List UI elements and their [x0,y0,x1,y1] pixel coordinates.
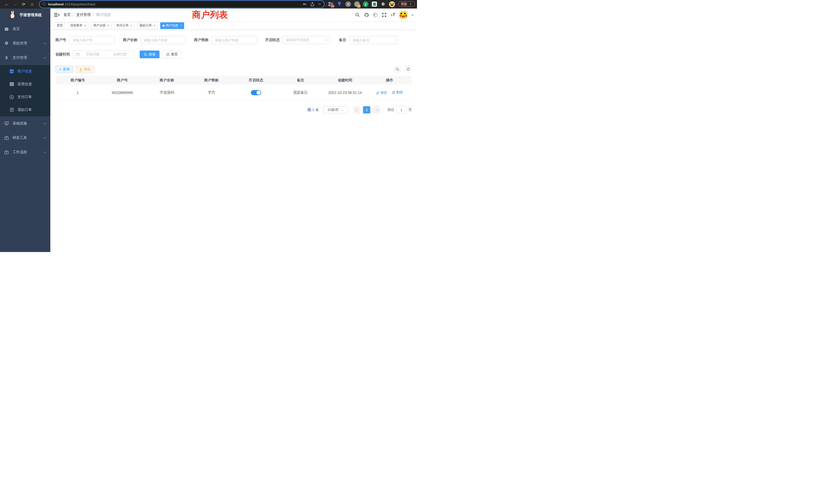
github-icon[interactable] [364,13,369,18]
hamburger-icon[interactable] [54,13,59,17]
export-button[interactable]: 导出 [76,66,94,73]
filter-row-2: 创建时间 开始日期 - 结束日期 搜索 重置 [56,50,412,58]
browser-nav [2,2,37,7]
active-dot [162,25,164,27]
remark-input[interactable] [349,36,397,44]
search-icon[interactable] [355,13,360,17]
tab-pay-order[interactable]: 支付订单 [114,22,135,29]
home-icon[interactable] [30,2,35,6]
sidebar-logo[interactable]: 芋道管理系统 [0,8,50,21]
sidebar-item-label: 首页 [13,27,46,31]
tab-refund-order[interactable]: 退款订单 [137,22,158,29]
extensions-puzzle-icon[interactable] [380,1,386,7]
sidebar-item-infra[interactable]: 基础设施 [0,116,50,131]
sidebar-item-home[interactable]: 首页 [0,22,50,36]
close-icon[interactable] [130,24,132,27]
fullscreen-icon[interactable] [382,13,387,17]
status-select[interactable]: 请选择开启状态 [283,36,330,44]
back-icon[interactable] [4,2,9,6]
payment-submenu: 商户信息 应用信息 ¥ 支付订单 [0,65,50,116]
browser-toolbar: localhost:1024/pay/merchant 10 1 y 更新 [0,0,417,8]
cell-id: 1 [56,91,100,95]
logo-avatar [8,11,17,19]
tab-merchant-info[interactable]: 商户信息 [160,22,184,29]
close-icon[interactable] [154,24,155,27]
sidebar-item-payment[interactable]: ¥ 支付管理 [0,50,50,65]
browser-extensions: 10 1 y [328,1,395,7]
next-page-button[interactable] [373,106,380,113]
sidebar-item-app-info[interactable]: 应用信息 [0,78,50,91]
extension-tabs-icon[interactable]: 10 [328,1,333,7]
breadcrumb-section[interactable]: 支付管理 [76,13,91,17]
close-icon[interactable] [107,24,109,27]
cell-create-time: 2021-10-23 08:31:14 [323,91,368,95]
breadcrumb-home[interactable]: 首页 [63,13,71,17]
refresh-button[interactable] [405,66,412,73]
password-key-icon[interactable] [303,2,307,6]
bookmark-star-icon[interactable] [318,2,321,6]
sidebar-item-merchant-info[interactable]: 商户信息 [0,65,50,78]
browser-menu-icon[interactable] [409,2,412,6]
cell-remark: 我是备注 [278,90,323,95]
search-button[interactable]: 搜索 [140,50,159,58]
sidebar-item-dev-tools[interactable]: 研发工具 [0,131,50,145]
site-info-icon[interactable] [42,2,46,6]
short-name-input[interactable] [212,36,257,44]
forward-icon[interactable] [13,2,18,6]
font-size-icon[interactable] [391,12,395,18]
add-button-label: 新增 [63,67,70,72]
chevron-right-icon [375,109,378,111]
extension-pin-icon[interactable] [337,1,342,7]
sidebar-item-refund-order[interactable]: 退款订单 [0,104,50,116]
prev-page-button[interactable] [353,106,360,113]
reset-button[interactable]: 重置 [162,50,182,58]
sidebar-item-label: 研发工具 [13,136,44,140]
extension-y-icon[interactable]: y [363,1,369,7]
status-toggle[interactable] [251,90,261,95]
chevron-down-icon [44,151,46,153]
total-prefix: 共 [308,108,311,112]
refund-doc-icon [9,108,14,112]
show-search-button[interactable] [394,66,401,73]
delete-link[interactable]: 删除 [392,90,403,95]
tab-flow-form[interactable]: 流程表单 [68,22,88,29]
help-icon[interactable]: ? [373,13,377,17]
app-title: 芋道管理系统 [20,13,42,18]
date-range-picker[interactable]: 开始日期 - 结束日期 [73,50,134,58]
avatar-caret-icon[interactable] [412,13,413,17]
goto-page-input[interactable] [396,106,407,113]
extension-command-icon[interactable] [345,1,351,7]
close-icon[interactable] [180,24,182,27]
tab-user-group[interactable]: 用户分组 [91,22,111,29]
page-size-select[interactable]: 10条/页 [323,106,348,113]
chevron-left-icon [355,109,358,111]
merchant-no-input[interactable] [69,36,114,44]
sidebar-item-workflow[interactable]: 工作流程 [0,145,50,159]
page-number-1[interactable]: 1 [363,106,370,113]
add-button[interactable]: 新增 [56,66,73,73]
close-icon[interactable] [84,24,86,27]
share-icon[interactable] [310,2,314,6]
filter-full-name: 商户全称 [123,36,185,44]
profile-avatar-icon[interactable] [389,1,395,7]
goto-suffix: 页 [409,108,412,112]
edit-link[interactable]: 修改 [376,90,387,95]
full-name-input[interactable] [140,36,185,44]
tab-home[interactable]: 首页 [54,22,65,29]
select-placeholder: 请选择开启状态 [286,38,325,42]
sidebar-item-pay-order[interactable]: ¥ 支付订单 [0,91,50,104]
user-avatar[interactable] [399,11,407,19]
breadcrumb-separator [73,13,74,17]
sidebar-item-system[interactable]: 系统管理 [0,36,50,50]
start-date-placeholder: 开始日期 [82,52,104,57]
sidebar-item-label: 商户信息 [18,69,32,74]
address-bar[interactable]: localhost:1024/pay/merchant [40,1,324,8]
briefcase-icon [4,151,9,154]
calendar-icon [76,53,80,56]
total-count: 1 [312,108,314,112]
extension-avatar-icon[interactable]: 1 [354,1,360,7]
extension-doc-icon[interactable] [372,1,377,7]
reload-icon[interactable] [21,2,26,7]
browser-update-button[interactable]: 更新 [398,1,415,7]
sidebar-item-label: 支付管理 [13,55,44,60]
